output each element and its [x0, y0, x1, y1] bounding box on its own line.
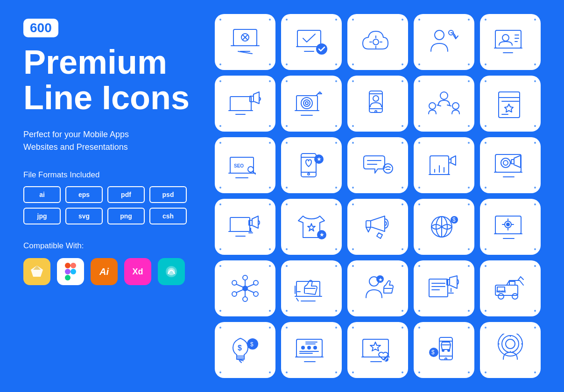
svg-text:★: ★ [319, 231, 324, 238]
svg-point-87 [501, 158, 510, 168]
icon-megaphone-hand [347, 199, 408, 255]
icon-monitor-megaphone [215, 199, 275, 255]
svg-rect-5 [70, 269, 76, 274]
icon-mobile-favorites: ★ [281, 137, 342, 193]
svg-point-75 [383, 164, 393, 173]
icon-computer-repair [215, 14, 275, 70]
svg-rect-142 [429, 279, 448, 297]
icon-conversation [347, 137, 408, 193]
svg-text:$: $ [452, 217, 456, 223]
format-jpg: jpg [23, 208, 61, 224]
svg-rect-4 [65, 269, 70, 274]
icon-bulb-dollar: $ $ [215, 322, 275, 378]
svg-point-120 [243, 297, 247, 301]
svg-point-152 [512, 294, 518, 299]
icon-book-star [480, 76, 541, 132]
svg-point-189 [506, 339, 515, 349]
svg-point-117 [507, 223, 509, 226]
svg-point-167 [302, 346, 304, 349]
svg-point-19 [316, 43, 327, 55]
svg-line-55 [447, 105, 451, 106]
svg-text:$: $ [238, 344, 242, 352]
xd-label: Xd [132, 267, 143, 277]
svg-line-102 [366, 227, 368, 232]
icon-computer-profile [480, 14, 541, 70]
icon-chart-megaphone [414, 137, 474, 193]
svg-text:$: $ [250, 341, 254, 348]
icon-mobile-user [347, 76, 408, 132]
svg-line-160 [240, 361, 241, 363]
svg-point-119 [243, 275, 247, 280]
icon-monitor-settings [480, 199, 541, 255]
svg-rect-150 [509, 281, 515, 285]
icon-laptop-seo: SEO [215, 137, 275, 193]
icon-news-van: NEWS [480, 260, 541, 316]
format-eps: eps [65, 186, 103, 203]
svg-line-103 [368, 227, 371, 232]
svg-point-184 [442, 350, 444, 351]
svg-line-54 [437, 105, 441, 106]
svg-point-185 [448, 350, 450, 351]
illustrator-icon: Ai [91, 258, 118, 285]
svg-point-190 [502, 336, 519, 352]
svg-rect-34 [230, 97, 251, 111]
svg-point-20 [373, 39, 379, 45]
icon-person-target [480, 322, 541, 378]
icon-person-thumbsup: ★ [347, 260, 408, 316]
icon-computer-check [281, 14, 342, 70]
icon-monitor-advertising [480, 137, 541, 193]
format-grid: ai eps pdf psd jpg svg png csh [23, 186, 191, 224]
svg-point-49 [373, 96, 379, 101]
svg-rect-3 [70, 263, 76, 268]
right-panel: SEO ★ [210, 0, 564, 392]
icons-grid: SEO ★ [215, 14, 541, 378]
figma-icon [57, 258, 84, 285]
icon-team-network [414, 76, 474, 132]
icon-cloud-settings [347, 14, 408, 70]
formats-label: File Formats Included [23, 170, 191, 180]
compat-icons: Ai Xd [23, 258, 191, 285]
svg-line-127 [236, 284, 243, 287]
svg-text:$: $ [431, 349, 435, 356]
svg-point-70 [308, 173, 310, 175]
svg-rect-2 [65, 263, 70, 268]
svg-rect-82 [449, 159, 451, 163]
icon-atom-network [215, 260, 275, 316]
svg-line-130 [236, 290, 243, 293]
svg-point-52 [429, 103, 436, 109]
sketch-icon [23, 258, 50, 285]
format-pdf: pdf [107, 186, 145, 203]
icon-laptop-thumbsup [281, 260, 342, 316]
svg-point-118 [243, 286, 247, 291]
svg-line-136 [296, 298, 298, 301]
subtitle: Perfect for your Mobile AppsWebsites and… [23, 128, 191, 154]
icon-laptop-megaphone [215, 76, 275, 132]
svg-rect-101 [366, 221, 371, 227]
icon-computer-password [281, 322, 342, 378]
left-panel: 600 PremiumLine Icons Perfect for your M… [0, 0, 210, 392]
svg-point-86 [503, 161, 508, 165]
svg-point-43 [303, 100, 310, 106]
svg-text:★: ★ [317, 156, 322, 162]
svg-line-154 [521, 277, 523, 280]
svg-point-42 [301, 98, 312, 109]
svg-point-25 [435, 30, 444, 40]
svg-text:★: ★ [378, 277, 383, 282]
format-ai: ai [23, 186, 61, 203]
icon-global-network: $ [414, 199, 474, 255]
xd-icon: Xd [124, 258, 151, 285]
svg-point-51 [440, 92, 448, 99]
svg-point-183 [445, 358, 447, 360]
format-svg: svg [65, 208, 103, 224]
svg-point-53 [452, 103, 459, 109]
canva-icon [158, 258, 185, 285]
svg-marker-177 [370, 342, 381, 351]
compat-label: Compatible With: [23, 241, 191, 251]
svg-rect-89 [511, 160, 514, 164]
svg-rect-16 [297, 30, 321, 47]
svg-rect-90 [230, 217, 250, 231]
ai-label: Ai [99, 266, 109, 277]
svg-text:SEO: SEO [234, 163, 244, 168]
icon-user-interaction [414, 14, 474, 70]
format-csh: csh [149, 208, 187, 224]
